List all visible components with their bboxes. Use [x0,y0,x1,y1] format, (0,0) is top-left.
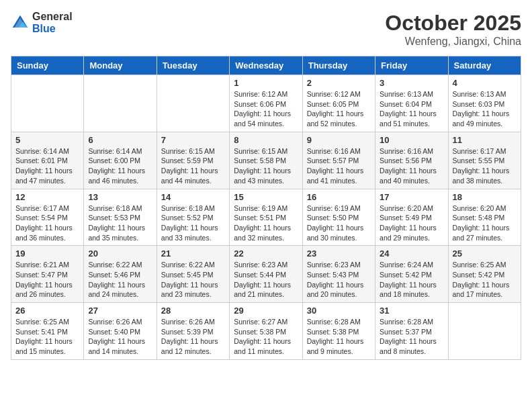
page-header: General Blue October 2025 Wenfeng, Jiang… [11,11,521,48]
calendar-cell: 20Sunrise: 6:22 AM Sunset: 5:46 PM Dayli… [84,246,157,303]
weekday-header-tuesday: Tuesday [157,56,229,75]
week-row-5: 26Sunrise: 6:25 AM Sunset: 5:41 PM Dayli… [11,303,521,360]
day-number: 22 [234,248,298,259]
weekday-header-row: SundayMondayTuesdayWednesdayThursdayFrid… [11,56,521,75]
day-number: 10 [380,135,443,145]
day-info: Sunrise: 6:23 AM Sunset: 5:43 PM Dayligh… [307,260,371,300]
logo-icon [11,13,30,32]
calendar-cell: 22Sunrise: 6:23 AM Sunset: 5:44 PM Dayli… [230,246,302,303]
day-number: 1 [234,78,298,88]
calendar-cell: 13Sunrise: 6:18 AM Sunset: 5:53 PM Dayli… [84,189,157,246]
day-number: 12 [15,192,79,202]
calendar-cell: 4Sunrise: 6:13 AM Sunset: 6:03 PM Daylig… [448,75,521,132]
day-number: 27 [88,306,152,316]
location: Wenfeng, Jiangxi, China [385,36,521,48]
day-info: Sunrise: 6:20 AM Sunset: 5:49 PM Dayligh… [380,203,443,243]
day-info: Sunrise: 6:25 AM Sunset: 5:42 PM Dayligh… [453,260,517,300]
calendar-cell [11,75,84,132]
calendar-cell [448,303,521,360]
weekday-header-sunday: Sunday [11,56,84,75]
day-info: Sunrise: 6:19 AM Sunset: 5:51 PM Dayligh… [234,203,298,243]
day-info: Sunrise: 6:22 AM Sunset: 5:45 PM Dayligh… [161,260,225,300]
day-info: Sunrise: 6:16 AM Sunset: 5:56 PM Dayligh… [380,146,443,186]
day-number: 14 [161,192,225,202]
day-info: Sunrise: 6:15 AM Sunset: 5:59 PM Dayligh… [161,146,225,186]
week-row-2: 5Sunrise: 6:14 AM Sunset: 6:01 PM Daylig… [11,132,521,189]
day-number: 2 [307,78,371,88]
calendar-cell: 8Sunrise: 6:15 AM Sunset: 5:58 PM Daylig… [230,132,302,189]
day-number: 19 [15,248,79,259]
logo: General Blue [11,11,73,34]
day-number: 29 [234,306,298,316]
day-info: Sunrise: 6:14 AM Sunset: 6:00 PM Dayligh… [88,146,152,186]
day-number: 28 [161,306,225,316]
day-info: Sunrise: 6:28 AM Sunset: 5:38 PM Dayligh… [307,317,371,357]
calendar-cell: 28Sunrise: 6:26 AM Sunset: 5:39 PM Dayli… [157,303,229,360]
day-number: 30 [307,306,371,316]
day-number: 5 [15,135,79,145]
weekday-header-friday: Friday [375,56,448,75]
calendar-cell: 1Sunrise: 6:12 AM Sunset: 6:06 PM Daylig… [230,75,302,132]
day-info: Sunrise: 6:23 AM Sunset: 5:44 PM Dayligh… [234,260,298,300]
month-title: October 2025 [385,11,521,36]
week-row-4: 19Sunrise: 6:21 AM Sunset: 5:47 PM Dayli… [11,246,521,303]
day-info: Sunrise: 6:18 AM Sunset: 5:53 PM Dayligh… [88,203,152,243]
weekday-header-monday: Monday [84,56,157,75]
day-number: 15 [234,192,298,202]
calendar-cell: 18Sunrise: 6:20 AM Sunset: 5:48 PM Dayli… [448,189,521,246]
calendar-cell: 15Sunrise: 6:19 AM Sunset: 5:51 PM Dayli… [230,189,302,246]
week-row-1: 1Sunrise: 6:12 AM Sunset: 6:06 PM Daylig… [11,75,521,132]
calendar-cell: 3Sunrise: 6:13 AM Sunset: 6:04 PM Daylig… [375,75,448,132]
day-number: 24 [380,248,443,259]
day-info: Sunrise: 6:24 AM Sunset: 5:42 PM Dayligh… [380,260,443,300]
day-number: 13 [88,192,152,202]
day-number: 31 [380,306,443,316]
day-number: 4 [453,78,517,88]
logo-general-text: General [32,11,73,23]
day-info: Sunrise: 6:17 AM Sunset: 5:54 PM Dayligh… [15,203,79,243]
day-number: 18 [453,192,517,202]
day-info: Sunrise: 6:20 AM Sunset: 5:48 PM Dayligh… [453,203,517,243]
day-info: Sunrise: 6:12 AM Sunset: 6:05 PM Dayligh… [307,89,371,129]
calendar-cell: 23Sunrise: 6:23 AM Sunset: 5:43 PM Dayli… [302,246,375,303]
weekday-header-wednesday: Wednesday [230,56,302,75]
calendar-cell: 24Sunrise: 6:24 AM Sunset: 5:42 PM Dayli… [375,246,448,303]
calendar-cell: 5Sunrise: 6:14 AM Sunset: 6:01 PM Daylig… [11,132,84,189]
day-info: Sunrise: 6:25 AM Sunset: 5:41 PM Dayligh… [15,317,79,357]
calendar-cell: 29Sunrise: 6:27 AM Sunset: 5:38 PM Dayli… [230,303,302,360]
day-info: Sunrise: 6:13 AM Sunset: 6:04 PM Dayligh… [380,89,443,129]
day-number: 26 [15,306,79,316]
calendar-cell: 12Sunrise: 6:17 AM Sunset: 5:54 PM Dayli… [11,189,84,246]
day-number: 3 [380,78,443,88]
calendar-cell [84,75,157,132]
weekday-header-saturday: Saturday [448,56,521,75]
calendar-cell: 30Sunrise: 6:28 AM Sunset: 5:38 PM Dayli… [302,303,375,360]
day-number: 7 [161,135,225,145]
calendar-table: SundayMondayTuesdayWednesdayThursdayFrid… [11,56,521,360]
calendar-cell: 16Sunrise: 6:19 AM Sunset: 5:50 PM Dayli… [302,189,375,246]
day-info: Sunrise: 6:12 AM Sunset: 6:06 PM Dayligh… [234,89,298,129]
day-info: Sunrise: 6:26 AM Sunset: 5:40 PM Dayligh… [88,317,152,357]
calendar-cell: 25Sunrise: 6:25 AM Sunset: 5:42 PM Dayli… [448,246,521,303]
logo-text: General Blue [32,11,73,34]
day-number: 17 [380,192,443,202]
day-info: Sunrise: 6:26 AM Sunset: 5:39 PM Dayligh… [161,317,225,357]
day-info: Sunrise: 6:15 AM Sunset: 5:58 PM Dayligh… [234,146,298,186]
logo-blue-text: Blue [32,23,73,35]
day-number: 9 [307,135,371,145]
day-info: Sunrise: 6:13 AM Sunset: 6:03 PM Dayligh… [453,89,517,129]
calendar-cell: 10Sunrise: 6:16 AM Sunset: 5:56 PM Dayli… [375,132,448,189]
calendar-cell: 27Sunrise: 6:26 AM Sunset: 5:40 PM Dayli… [84,303,157,360]
calendar-cell: 17Sunrise: 6:20 AM Sunset: 5:49 PM Dayli… [375,189,448,246]
calendar-cell: 11Sunrise: 6:17 AM Sunset: 5:55 PM Dayli… [448,132,521,189]
day-info: Sunrise: 6:19 AM Sunset: 5:50 PM Dayligh… [307,203,371,243]
day-info: Sunrise: 6:21 AM Sunset: 5:47 PM Dayligh… [15,260,79,300]
calendar-cell: 31Sunrise: 6:28 AM Sunset: 5:37 PM Dayli… [375,303,448,360]
day-number: 25 [453,248,517,259]
day-info: Sunrise: 6:27 AM Sunset: 5:38 PM Dayligh… [234,317,298,357]
day-number: 8 [234,135,298,145]
day-info: Sunrise: 6:22 AM Sunset: 5:46 PM Dayligh… [88,260,152,300]
day-number: 16 [307,192,371,202]
calendar-cell: 21Sunrise: 6:22 AM Sunset: 5:45 PM Dayli… [157,246,229,303]
day-info: Sunrise: 6:28 AM Sunset: 5:37 PM Dayligh… [380,317,443,357]
